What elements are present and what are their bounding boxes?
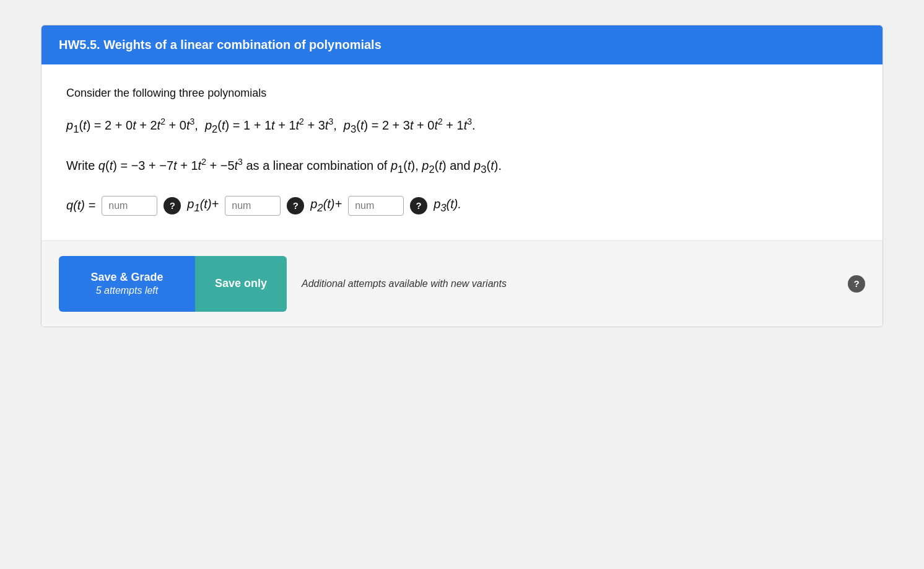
p3-label: p3(t). xyxy=(434,197,461,214)
help-icon-1: ? xyxy=(170,200,175,211)
eq-label: q(t) = xyxy=(66,198,95,213)
save-grade-label: Save & Grade xyxy=(90,271,163,284)
weight-2-input[interactable] xyxy=(225,196,281,216)
save-only-button[interactable]: Save only xyxy=(195,256,287,312)
footer-help-icon: ? xyxy=(853,278,859,289)
write-text: Write q(t) = −3 + −7t + 1t2 + −5t3 as a … xyxy=(66,155,858,178)
save-grade-button[interactable]: Save & Grade 5 attempts left xyxy=(59,256,195,312)
p2-label: p2(t)+ xyxy=(310,197,342,214)
p1-label: p1(t)+ xyxy=(187,197,219,214)
help-button-2[interactable]: ? xyxy=(287,197,304,214)
help-button-3[interactable]: ? xyxy=(410,197,427,214)
help-button-1[interactable]: ? xyxy=(163,197,181,214)
problem-title: HW5.5. Weights of a linear combination o… xyxy=(59,38,381,51)
save-only-label: Save only xyxy=(215,277,267,290)
equation-row: q(t) = ? p1(t)+ ? p2(t)+ ? p3(t). xyxy=(66,196,858,216)
intro-text: Consider the following three polynomials xyxy=(66,87,858,100)
problem-card: HW5.5. Weights of a linear combination o… xyxy=(41,25,883,327)
card-footer: Save & Grade 5 attempts left Save only A… xyxy=(41,241,883,327)
help-icon-3: ? xyxy=(416,200,422,211)
weight-3-input[interactable] xyxy=(348,196,404,216)
weight-1-input[interactable] xyxy=(102,196,157,216)
attempts-label: 5 attempts left xyxy=(96,285,159,296)
help-icon-2: ? xyxy=(293,200,299,211)
card-body: Consider the following three polynomials… xyxy=(41,64,883,241)
additional-attempts-text: Additional attempts available with new v… xyxy=(302,278,838,289)
footer-help-button[interactable]: ? xyxy=(848,275,865,293)
card-header: HW5.5. Weights of a linear combination o… xyxy=(41,25,883,64)
poly-definition: p1(t) = 2 + 0t + 2t2 + 0t3, p2(t) = 1 + … xyxy=(66,115,858,138)
